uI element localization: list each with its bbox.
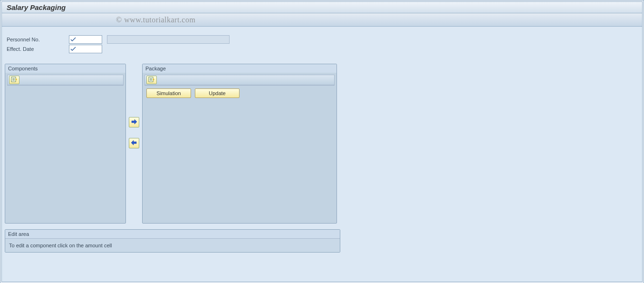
edit-area-title: Edit area (5, 230, 340, 239)
components-list[interactable] (7, 85, 124, 86)
personnel-no-label: Personnel No. (5, 37, 69, 42)
move-right-button[interactable] (129, 117, 139, 127)
check-icon (70, 37, 76, 42)
watermark-text: © www.tutorialkart.com (116, 16, 195, 24)
arrow-left-icon (131, 140, 137, 146)
components-title: Components (5, 64, 125, 73)
simulation-button-label: Simulation (156, 90, 181, 96)
edit-area-panel: Edit area To edit a component click on t… (5, 229, 340, 253)
personnel-name-display (107, 35, 230, 44)
package-panel: Package (142, 64, 337, 224)
package-toolbar (144, 75, 335, 85)
panels-row: Components (5, 64, 642, 224)
personnel-no-input[interactable] (69, 35, 102, 44)
package-select-layout-button[interactable] (146, 76, 157, 84)
simulation-button[interactable]: Simulation (146, 88, 191, 98)
package-buttons-row: Simulation Update (144, 86, 335, 99)
components-body (5, 73, 125, 88)
components-panel: Components (5, 64, 126, 224)
components-toolbar (7, 75, 124, 85)
page-title-bar: Salary Packaging (1, 1, 643, 13)
personnel-no-row: Personnel No. (5, 35, 642, 44)
effect-date-label: Effect. Date (5, 46, 69, 52)
package-body: Simulation Update (143, 73, 336, 101)
page-title: Salary Packaging (7, 3, 66, 11)
effect-date-row: Effect. Date (5, 45, 642, 53)
arrow-right-icon (131, 119, 137, 126)
edit-area-hint: To edit a component click on the amount … (5, 239, 340, 252)
move-left-button[interactable] (129, 138, 139, 148)
app-window: Salary Packaging © www.tutorialkart.com … (0, 0, 644, 283)
package-title: Package (143, 64, 336, 73)
transfer-buttons-column (129, 64, 139, 148)
select-layout-icon (148, 77, 155, 83)
select-layout-icon (11, 77, 18, 83)
toolbar-strip: © www.tutorialkart.com (1, 13, 643, 27)
components-select-layout-button[interactable] (9, 76, 19, 84)
main-content: Personnel No. Effect. Date Components (1, 27, 643, 282)
effect-date-input[interactable] (69, 45, 102, 53)
check-icon (70, 46, 76, 52)
update-button[interactable]: Update (195, 88, 240, 98)
update-button-label: Update (209, 90, 225, 96)
